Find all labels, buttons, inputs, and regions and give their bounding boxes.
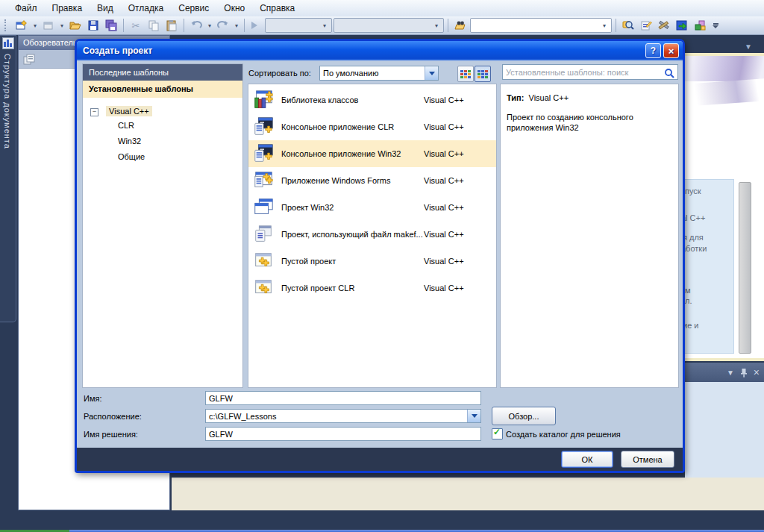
redo-dropdown-icon[interactable]: ▾ — [233, 22, 240, 29]
makefile-project-icon — [252, 223, 275, 245]
recent-templates-item[interactable]: Последние шаблоны — [83, 64, 242, 81]
menu-edit[interactable]: Правка — [45, 1, 90, 16]
tree-node-common[interactable]: Общие — [118, 151, 242, 163]
template-name: Пустой проект — [281, 257, 424, 266]
medium-icons-view-button[interactable] — [457, 66, 474, 82]
tree-node-clr[interactable]: CLR — [118, 119, 242, 132]
properties-window-icon[interactable] — [638, 18, 654, 33]
document-tab-dropdown-icon[interactable]: ▼ — [745, 43, 752, 51]
startpage-text-fragment: ие и — [683, 321, 698, 330]
browse-button[interactable]: Обзор... — [492, 407, 556, 425]
toolbox-options-icon[interactable] — [656, 18, 672, 33]
undo-dropdown-icon[interactable]: ▾ — [206, 22, 213, 29]
toolbar-separator — [616, 19, 616, 32]
menu-view[interactable]: Вид — [90, 1, 121, 16]
template-name: Проект Win32 — [281, 203, 424, 212]
name-label: Имя: — [84, 394, 101, 403]
template-row-winforms[interactable]: Приложение Windows Forms Visual C++ — [248, 167, 496, 194]
new-project-icon[interactable] — [13, 18, 30, 33]
find-in-files-icon[interactable] — [452, 18, 469, 33]
combo-dropdown-icon[interactable] — [425, 66, 438, 80]
template-search-input[interactable] — [503, 68, 664, 77]
undo-icon[interactable] — [188, 18, 204, 33]
template-search-box — [502, 64, 678, 80]
menu-bar: Файл Правка Вид Отладка Сервис Окно Спра… — [0, 0, 764, 16]
menu-debug[interactable]: Отладка — [121, 1, 171, 16]
visual-studio-window: Файл Правка Вид Отладка Сервис Окно Спра… — [0, 0, 764, 532]
cancel-button[interactable]: Отмена — [621, 451, 674, 468]
location-combo[interactable]: c:\GLFW_Lessons — [205, 409, 481, 423]
document-outline-tab[interactable]: Структура документа — [0, 35, 16, 322]
close-button[interactable]: × — [663, 43, 679, 58]
template-row-console-clr[interactable]: Консольное приложение CLR Visual C++ — [248, 113, 496, 140]
copy-icon[interactable] — [145, 18, 162, 33]
menu-help[interactable]: Справка — [252, 1, 302, 16]
startpage-banner-graphic — [685, 78, 764, 106]
ok-button[interactable]: ОК — [561, 451, 613, 468]
template-type: Visual C++ — [424, 203, 464, 212]
paste-icon[interactable] — [163, 18, 180, 33]
startpage-text-fragment: м — [685, 286, 691, 295]
location-label: Расположение: — [84, 412, 142, 421]
search-combo[interactable]: ▾ — [470, 18, 612, 33]
menu-tools[interactable]: Сервис — [171, 1, 216, 16]
add-item-icon[interactable] — [40, 18, 57, 33]
add-item-dropdown-icon[interactable]: ▾ — [58, 22, 66, 29]
output-panel-body — [685, 382, 764, 478]
class-library-icon — [252, 89, 275, 111]
toolbar-separator — [244, 19, 245, 32]
startpage-text-fragment: аботки — [681, 244, 707, 253]
tree-node-label[interactable]: Visual C++ — [106, 106, 152, 116]
cut-icon[interactable]: ✂ — [128, 18, 144, 33]
panel-close-icon[interactable]: × — [754, 366, 760, 378]
small-icons-view-button[interactable] — [475, 66, 491, 82]
template-name: Проект, использующий файл makef... — [281, 230, 424, 239]
win32-project-icon — [252, 196, 275, 219]
template-row-console-win32[interactable]: Консольное приложение Win32 Visual C++ — [248, 140, 496, 167]
template-row-empty-project[interactable]: Пустой проект Visual C++ — [248, 248, 496, 275]
template-list: Библиотека классов Visual C++ Консольное… — [248, 84, 497, 388]
create-solution-dir-checkbox[interactable] — [492, 428, 503, 439]
template-row-empty-project-clr[interactable]: Пустой проект CLR Visual C++ — [248, 275, 496, 301]
template-row-class-library[interactable]: Библиотека классов Visual C++ — [248, 87, 496, 113]
toolbar-separator — [184, 19, 184, 32]
panel-dropdown-icon[interactable]: ▼ — [727, 369, 734, 377]
solution-platforms-combo[interactable]: ▾ — [334, 18, 444, 33]
save-all-icon[interactable] — [103, 18, 119, 33]
solution-configurations-combo[interactable]: ▾ — [265, 18, 332, 33]
dialog-title-bar[interactable]: Создать проект ? × — [77, 41, 683, 60]
toolbar-overflow-icon[interactable] — [713, 23, 718, 28]
startpage-text-fragment: пуск — [685, 187, 701, 195]
combo-dropdown-icon[interactable] — [467, 410, 480, 422]
open-file-icon[interactable] — [67, 18, 84, 33]
redo-icon[interactable] — [215, 18, 231, 33]
template-row-win32-project[interactable]: Проект Win32 Visual C++ — [248, 194, 496, 221]
new-project-dropdown-icon[interactable]: ▾ — [31, 22, 39, 29]
installed-templates-item[interactable]: Установленные шаблоны — [83, 81, 242, 98]
start-debugging-icon[interactable] — [251, 22, 257, 29]
startpage-scrollbar[interactable] — [739, 182, 751, 354]
save-icon[interactable] — [85, 18, 101, 33]
empty-project-clr-icon — [252, 277, 275, 299]
menu-window[interactable]: Окно — [216, 1, 252, 16]
toolbar-grip[interactable] — [4, 19, 10, 31]
navigate-search-icon[interactable] — [620, 18, 636, 33]
help-button[interactable]: ? — [645, 43, 661, 58]
create-solution-dir-option: Создать каталог для решения — [492, 428, 621, 439]
properties-pages-icon[interactable] — [23, 54, 36, 65]
output-panel-header: ▼ × — [685, 363, 764, 382]
project-name-input[interactable] — [205, 391, 481, 405]
template-name: Библиотека классов — [281, 96, 424, 104]
template-name: Консольное приложение CLR — [281, 122, 424, 131]
template-row-makefile-project[interactable]: Проект, использующий файл makef... Visua… — [248, 221, 496, 248]
menu-file[interactable]: Файл — [7, 1, 45, 16]
tree-node-win32[interactable]: Win32 — [118, 135, 242, 148]
search-icon[interactable] — [664, 66, 677, 78]
object-browser-icon[interactable] — [692, 18, 708, 33]
go-icon[interactable] — [674, 18, 690, 33]
sort-by-combo[interactable]: По умолчанию — [319, 66, 439, 81]
tree-node-visualcpp[interactable]: Visual C++ — [90, 107, 242, 116]
solution-name-input[interactable] — [205, 427, 481, 441]
tree-collapse-icon[interactable] — [90, 108, 98, 116]
panel-pin-icon[interactable] — [740, 368, 748, 378]
